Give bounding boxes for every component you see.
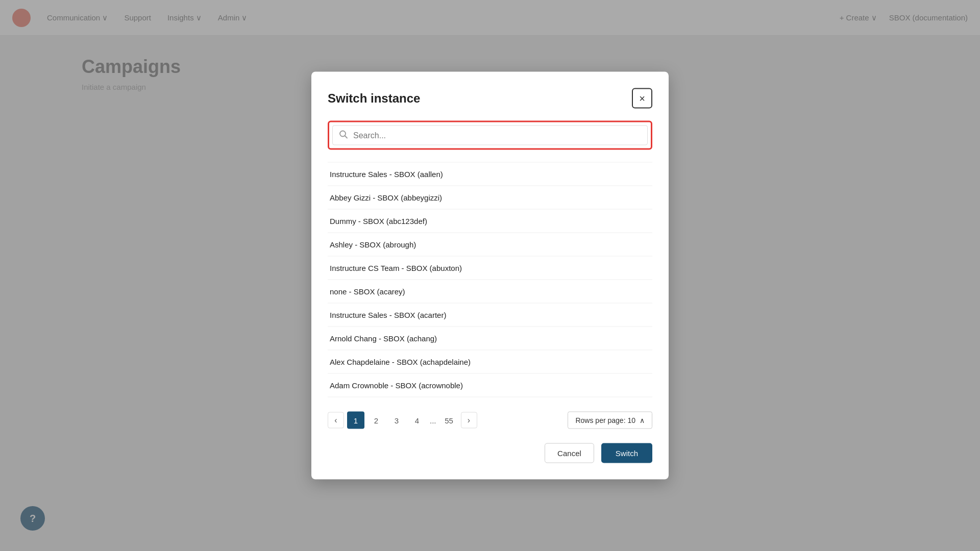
cancel-button[interactable]: Cancel xyxy=(545,443,594,463)
modal-actions: Cancel Switch xyxy=(328,443,652,463)
instance-item[interactable]: Ashley - SBOX (abrough) xyxy=(328,233,652,257)
pagination-page-1[interactable]: 1 xyxy=(347,412,364,429)
pagination-page-2[interactable]: 2 xyxy=(368,412,385,429)
modal-title: Switch instance xyxy=(328,91,420,106)
rows-per-page-selector[interactable]: Rows per page: 10 ∧ xyxy=(568,412,652,429)
instance-item[interactable]: Dummy - SBOX (abc123def) xyxy=(328,210,652,233)
search-container-highlighted xyxy=(328,121,652,150)
pagination-page-55[interactable]: 55 xyxy=(440,412,458,429)
instance-item[interactable]: none - SBOX (acarey) xyxy=(328,280,652,304)
pagination-page-3[interactable]: 3 xyxy=(388,412,405,429)
search-input[interactable] xyxy=(353,131,641,140)
pagination-ellipsis: ... xyxy=(429,416,437,424)
rows-per-page-chevron-icon: ∧ xyxy=(640,416,645,424)
switch-button[interactable]: Switch xyxy=(601,443,652,463)
svg-line-1 xyxy=(345,136,348,138)
instance-item[interactable]: Adam Crownoble - SBOX (acrownoble) xyxy=(328,374,652,397)
pagination-page-4[interactable]: 4 xyxy=(408,412,426,429)
search-icon xyxy=(339,130,348,141)
pagination-row: ‹ 1 2 3 4 ... 55 › Rows per page: 10 ∧ xyxy=(328,412,652,429)
instance-item[interactable]: Alex Chapdelaine - SBOX (achapdelaine) xyxy=(328,350,652,374)
instance-item[interactable]: Instructure Sales - SBOX (aallen) xyxy=(328,162,652,186)
modal-header: Switch instance × xyxy=(328,88,652,109)
instance-item[interactable]: Abbey Gizzi - SBOX (abbeygizzi) xyxy=(328,186,652,210)
switch-instance-modal: Switch instance × Instructure Sales - SB… xyxy=(311,72,669,480)
instance-item[interactable]: Instructure CS Team - SBOX (abuxton) xyxy=(328,257,652,280)
instance-list: Instructure Sales - SBOX (aallen)Abbey G… xyxy=(328,162,652,397)
instance-item[interactable]: Arnold Chang - SBOX (achang) xyxy=(328,327,652,350)
search-inner xyxy=(332,126,648,145)
instance-item[interactable]: Instructure Sales - SBOX (acarter) xyxy=(328,304,652,327)
pagination-prev[interactable]: ‹ xyxy=(328,412,344,429)
pagination: ‹ 1 2 3 4 ... 55 › xyxy=(328,412,477,429)
pagination-next[interactable]: › xyxy=(461,412,477,429)
modal-close-button[interactable]: × xyxy=(632,88,652,109)
rows-per-page-label: Rows per page: 10 xyxy=(575,416,635,424)
